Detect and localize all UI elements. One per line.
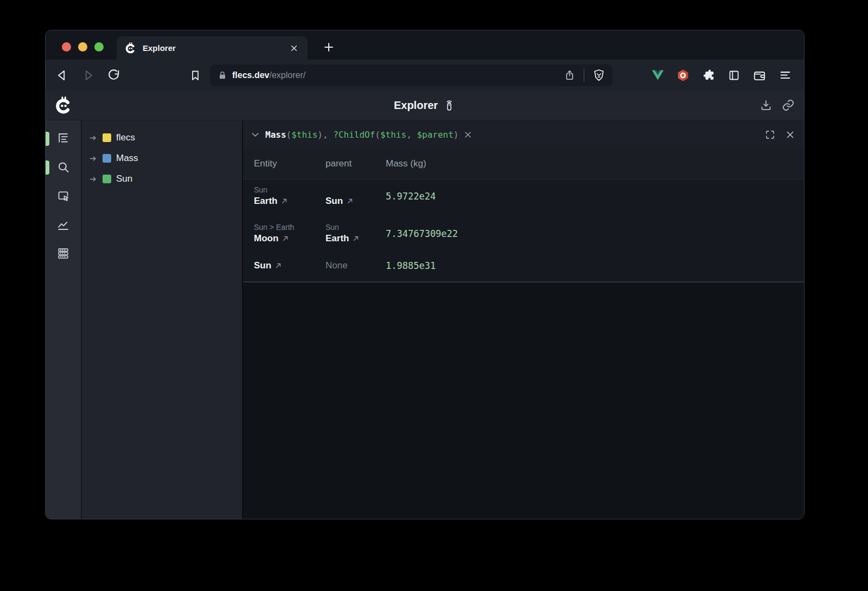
wallet-icon[interactable] (751, 67, 768, 83)
external-link-icon (275, 262, 282, 269)
active-indicator (46, 132, 49, 146)
page-title: Explorer (394, 99, 438, 112)
column-header-entity: Entity (254, 158, 326, 169)
query-text[interactable]: Mass($this), ?ChildOf($this, $parent) (265, 130, 458, 140)
menu-icon[interactable] (777, 67, 793, 83)
tree-view-icon (56, 131, 71, 146)
entity-cell: Sun Earth (254, 185, 326, 207)
query-panel-controls (763, 128, 796, 141)
close-panel-icon[interactable] (783, 128, 796, 141)
remote-connection-icon (443, 99, 456, 112)
zoom-window-button[interactable] (94, 42, 104, 52)
sidebar-item-tree-view[interactable] (46, 131, 81, 146)
external-link-icon (282, 235, 289, 242)
chevron-down-icon[interactable] (248, 128, 261, 141)
query-result-card: Mass($this), ?ChildOf($this, $parent) (243, 120, 804, 282)
external-link-icon (280, 197, 288, 205)
vue-devtools-extension-icon[interactable] (649, 67, 666, 83)
minimize-window-button[interactable] (78, 42, 87, 52)
table-header: Entity parent Mass (kg) (243, 149, 804, 179)
share-icon[interactable] (562, 68, 577, 83)
expand-arrow-icon[interactable] (88, 154, 98, 163)
tree-item[interactable]: Mass (82, 148, 242, 169)
tab-close-icon[interactable] (288, 42, 300, 54)
column-header-parent: parent (326, 158, 386, 169)
icon-sidebar (46, 120, 81, 519)
sidebar-item-statistics[interactable] (46, 217, 81, 233)
query-token: ), (317, 130, 333, 140)
entity-cell: Sun > Earth Moon (254, 223, 326, 244)
browser-toolbar: flecs.dev/explorer/ (46, 60, 804, 91)
browser-window: Explorer (45, 30, 805, 519)
tab-title: Explorer (143, 43, 282, 53)
bookmark-icon[interactable] (187, 67, 203, 83)
traffic-lights (62, 42, 104, 52)
query-token: $parent (417, 130, 453, 140)
tree-item-label: Mass (116, 153, 138, 164)
external-link-icon (352, 235, 360, 242)
tree-item[interactable]: Sun (82, 169, 242, 189)
table-body: Sun Earth Sun 5.9722e24 Sun > Earth Moon (243, 179, 804, 281)
expand-arrow-icon[interactable] (88, 133, 98, 143)
entity-color-chip (103, 175, 111, 183)
entity-path: Sun (254, 185, 326, 194)
query-token: $this (291, 130, 317, 140)
close-window-button[interactable] (62, 42, 71, 52)
query-token: ?ChildOf (333, 130, 375, 140)
download-icon[interactable] (758, 98, 774, 113)
entity-cell: Sun (254, 260, 326, 271)
sidebar-item-search[interactable] (46, 160, 81, 175)
app-header: Explorer (46, 91, 804, 120)
query-clear-icon[interactable] (462, 129, 474, 140)
extensions-group (649, 67, 795, 83)
tree-item-label: Sun (116, 174, 132, 184)
extensions-puzzle-icon[interactable] (700, 67, 717, 83)
sidebar-panel-icon[interactable] (726, 67, 742, 83)
query-token: ) (454, 130, 459, 140)
entity-color-chip (103, 133, 111, 142)
statistics-chart-icon (56, 217, 71, 233)
new-tab-button[interactable] (322, 40, 336, 54)
expand-arrow-icon[interactable] (88, 175, 98, 184)
table-row: Sun None 1.9885e31 (243, 254, 804, 281)
parent-link[interactable]: Earth (326, 233, 386, 244)
entity-link[interactable]: Sun (254, 260, 326, 271)
entity-link[interactable]: Earth (254, 196, 326, 207)
back-icon[interactable] (54, 67, 71, 83)
column-header-mass: Mass (kg) (386, 158, 804, 169)
query-bar: Mass($this), ?ChildOf($this, $parent) (243, 120, 804, 149)
app-title-group: Explorer (46, 99, 804, 112)
browser-tab[interactable]: Explorer (117, 36, 308, 60)
query-token: , (406, 130, 417, 140)
search-icon (56, 160, 71, 175)
entity-path: Sun > Earth (254, 223, 326, 232)
sidebar-item-memory[interactable] (46, 246, 81, 261)
entity-color-chip (103, 154, 111, 163)
query-token: ( (375, 130, 380, 140)
hexagon-extension-icon[interactable] (675, 67, 691, 83)
query-token: Mass (265, 130, 286, 140)
url-bar-divider (584, 69, 584, 82)
tab-bar: Explorer (46, 30, 804, 60)
forward-icon[interactable] (80, 67, 96, 83)
url-text: flecs.dev/explorer/ (232, 70, 562, 80)
link-icon[interactable] (781, 98, 796, 113)
brave-shield-icon[interactable] (591, 67, 607, 83)
tree-item[interactable]: flecs (82, 127, 242, 148)
url-bar[interactable]: flecs.dev/explorer/ (210, 65, 612, 86)
table-row: Sun Earth Sun 5.9722e24 (243, 179, 804, 217)
mass-value: 7.34767309e22 (386, 228, 804, 239)
parent-path: Sun (326, 223, 386, 232)
mass-value: 1.9885e31 (386, 260, 804, 271)
entity-link[interactable]: Moon (254, 233, 326, 244)
fullscreen-icon[interactable] (763, 128, 776, 141)
sidebar-item-inspector[interactable] (46, 189, 81, 204)
reload-icon[interactable] (105, 67, 122, 83)
app-header-actions (758, 98, 796, 113)
lock-icon (217, 70, 228, 81)
parent-link[interactable]: Sun (326, 196, 386, 207)
parent-link: None (326, 260, 386, 271)
external-link-icon (346, 197, 354, 205)
tree-item-label: flecs (116, 132, 135, 143)
tab-favicon-flecs-logo-icon (124, 42, 137, 54)
